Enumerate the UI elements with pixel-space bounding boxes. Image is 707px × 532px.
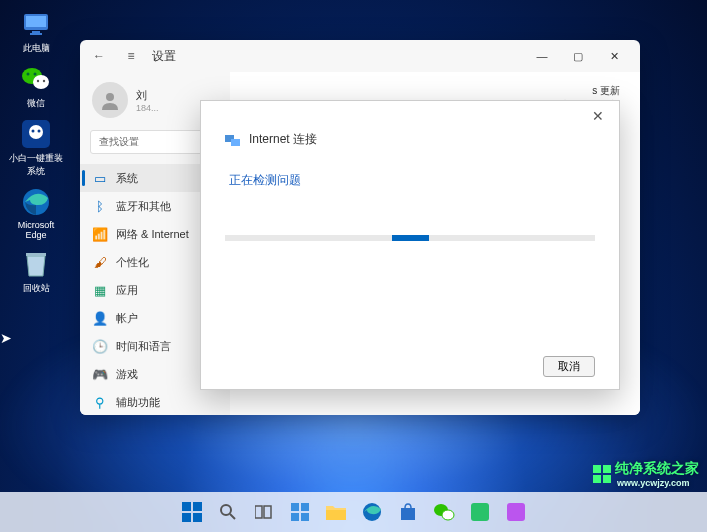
svg-rect-30 (264, 506, 271, 518)
nav-label: 帐户 (116, 311, 138, 326)
svg-rect-1 (26, 16, 46, 27)
svg-rect-19 (593, 465, 601, 473)
progress-bar (225, 235, 595, 241)
edge-button[interactable] (357, 497, 387, 527)
nav-label: 应用 (116, 283, 138, 298)
wechat-button[interactable] (429, 497, 459, 527)
svg-rect-33 (291, 513, 299, 521)
wifi-icon: 📶 (92, 226, 108, 242)
window-titlebar: ← ≡ 设置 — ▢ ✕ (80, 40, 640, 72)
desktop: 此电脑 微信 小白一键重装系统 Microsoft Edge 回收站 ← ≡ 设… (0, 0, 707, 532)
dialog-titlebar: ✕ (201, 101, 619, 131)
desktop-icon-label: 此电脑 (23, 42, 50, 55)
xiaobai-icon (20, 118, 52, 150)
maximize-button[interactable]: ▢ (560, 42, 596, 70)
svg-rect-15 (26, 253, 46, 256)
recycle-icon (20, 248, 52, 280)
back-button[interactable]: ← (88, 45, 110, 67)
user-sub: 184... (136, 103, 159, 113)
close-button[interactable]: ✕ (596, 42, 632, 70)
svg-point-16 (106, 93, 114, 101)
watermark: 纯净系统之家 www.ycwjzy.com (593, 460, 699, 488)
troubleshoot-dialog: ✕ Internet 连接 正在检测问题 取消 (200, 100, 620, 390)
pc-icon (20, 8, 52, 40)
system-icon: ▭ (92, 170, 108, 186)
desktop-icon-label: 小白一键重装系统 (8, 152, 64, 178)
svg-rect-2 (32, 31, 40, 33)
dialog-title-row: Internet 连接 (225, 131, 595, 148)
access-icon: ⚲ (92, 394, 108, 410)
nav-label: 系统 (116, 171, 138, 186)
status-label: s 更新 (592, 85, 620, 96)
nav-access[interactable]: ⚲辅助功能 (80, 388, 230, 415)
start-button[interactable] (177, 497, 207, 527)
svg-rect-40 (507, 503, 525, 521)
svg-point-12 (32, 130, 35, 133)
desktop-icons: 此电脑 微信 小白一键重装系统 Microsoft Edge 回收站 (8, 8, 64, 295)
network-icon (225, 133, 241, 147)
svg-rect-18 (231, 139, 240, 146)
svg-rect-35 (326, 510, 346, 520)
desktop-icon-edge[interactable]: Microsoft Edge (8, 186, 64, 240)
svg-point-27 (221, 505, 231, 515)
desktop-icon-label: 回收站 (23, 282, 50, 295)
svg-point-11 (29, 125, 43, 139)
store-button[interactable] (393, 497, 423, 527)
svg-rect-39 (471, 503, 489, 521)
svg-point-13 (38, 130, 41, 133)
desktop-icon-recycle[interactable]: 回收站 (8, 248, 64, 295)
bt-icon: ᛒ (92, 198, 108, 214)
desktop-icon-label: 微信 (27, 97, 45, 110)
wechat-icon (20, 63, 52, 95)
svg-rect-22 (603, 475, 611, 483)
avatar (92, 82, 128, 118)
taskview-button[interactable] (249, 497, 279, 527)
explorer-button[interactable] (321, 497, 351, 527)
svg-rect-25 (182, 513, 191, 522)
window-title: 设置 (152, 48, 176, 65)
svg-rect-26 (193, 513, 202, 522)
svg-rect-34 (301, 513, 309, 521)
nav-label: 时间和语言 (116, 339, 171, 354)
svg-rect-31 (291, 503, 299, 511)
cancel-button[interactable]: 取消 (543, 356, 595, 377)
dialog-title: Internet 连接 (249, 131, 317, 148)
svg-point-7 (34, 73, 37, 76)
search-button[interactable] (213, 497, 243, 527)
account-icon: 👤 (92, 310, 108, 326)
desktop-icon-wechat[interactable]: 微信 (8, 63, 64, 110)
svg-rect-3 (30, 33, 42, 35)
svg-point-5 (33, 75, 49, 89)
svg-rect-24 (193, 502, 202, 511)
nav-label: 游戏 (116, 367, 138, 382)
app-button-1[interactable] (465, 497, 495, 527)
svg-point-6 (27, 73, 30, 76)
user-name: 刘 (136, 88, 159, 103)
desktop-icon-label: Microsoft Edge (8, 220, 64, 240)
nav-label: 蓝牙和其他 (116, 199, 171, 214)
dialog-close-button[interactable]: ✕ (583, 104, 613, 128)
nav-label: 网络 & Internet (116, 227, 189, 242)
svg-rect-23 (182, 502, 191, 511)
brush-icon: 🖌 (92, 254, 108, 270)
svg-point-9 (43, 80, 45, 82)
watermark-logo-icon (593, 465, 611, 483)
desktop-icon-pc[interactable]: 此电脑 (8, 8, 64, 55)
svg-point-8 (37, 80, 39, 82)
nav-label: 个性化 (116, 255, 149, 270)
svg-rect-20 (603, 465, 611, 473)
widgets-button[interactable] (285, 497, 315, 527)
app-button-2[interactable] (501, 497, 531, 527)
game-icon: 🎮 (92, 366, 108, 382)
desktop-icon-xiaobai[interactable]: 小白一键重装系统 (8, 118, 64, 178)
svg-point-38 (442, 510, 454, 520)
menu-button[interactable]: ≡ (120, 45, 142, 67)
svg-line-28 (230, 514, 235, 519)
svg-rect-21 (593, 475, 601, 483)
apps-icon: ▦ (92, 282, 108, 298)
edge-icon (20, 186, 52, 218)
nav-label: 辅助功能 (116, 395, 160, 410)
svg-rect-29 (255, 506, 262, 518)
minimize-button[interactable]: — (524, 42, 560, 70)
watermark-url: www.ycwjzy.com (617, 478, 699, 488)
